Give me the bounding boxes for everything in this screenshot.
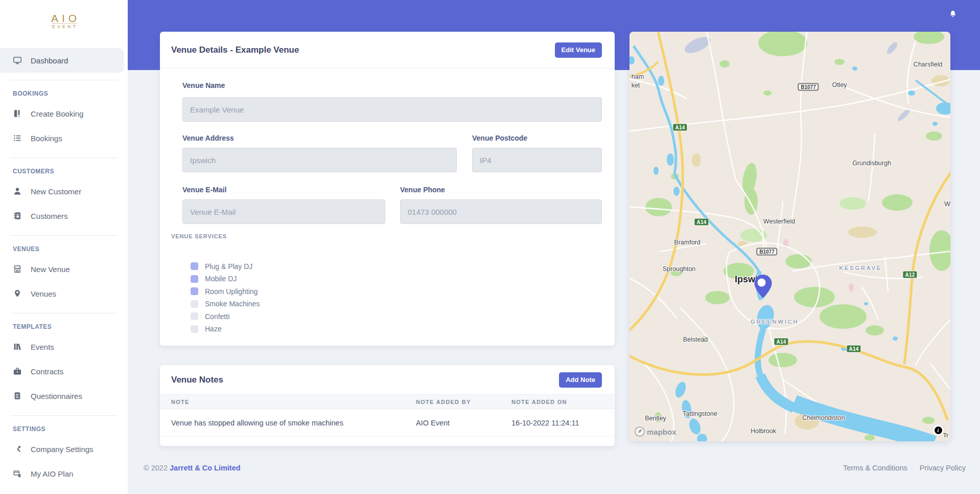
venue-address-label: Venue Address [182, 134, 234, 142]
sidebar-item-customers[interactable]: Customers [0, 204, 128, 228]
sidebar-item-bookings[interactable]: Bookings [0, 126, 128, 150]
sidebar-item-label: Bookings [31, 134, 62, 143]
map-town-label-charsfield: Charsfield [914, 61, 942, 68]
sidebar-item-label: Create Booking [31, 109, 83, 118]
map-road-badge-a14: A14 [694, 218, 709, 226]
create-booking-icon [13, 109, 22, 118]
notes-cell: Venue has stopped allowing use of smoke … [160, 409, 416, 437]
venue-notes-table: NOTENOTE ADDED BYNOTE ADDED ONVenue has … [160, 394, 615, 437]
venues-icon [13, 289, 22, 298]
map-town-label-chelmondiston: Chelmondiston [802, 414, 845, 421]
company-link[interactable]: Jarrett & Co Limited [170, 464, 241, 472]
bookings-icon [13, 133, 22, 143]
service-row-confetti: Confetti [191, 312, 260, 320]
sidebar-divider [10, 235, 118, 236]
notes-column-header: NOTE ADDED ON [511, 394, 615, 409]
sidebar-item-venues[interactable]: Venues [0, 281, 128, 306]
info-icon: i [935, 426, 942, 434]
service-label: Plug & Play DJ [205, 262, 252, 271]
company-settings-icon [13, 444, 22, 454]
notes-cell: AIO Event [416, 409, 511, 437]
notes-cell: 16-10-2022 11:24:11 [511, 409, 615, 437]
sidebar-item-contracts[interactable]: Contracts [0, 359, 128, 384]
sidebar-section-header-settings: SETTINGS [13, 425, 128, 433]
sidebar-item-create-booking[interactable]: Create Booking [0, 101, 128, 126]
service-row-plug-play-dj: Plug & Play DJ [191, 262, 260, 270]
venue-name-input [182, 97, 602, 122]
edit-venue-button[interactable]: Edit Venue [555, 42, 602, 58]
sidebar-section-header-venues: VENUES [13, 245, 128, 253]
venue-notes-title: Venue Notes [171, 375, 223, 385]
map-area-label-kesgrave: KESGRAVE [839, 265, 882, 271]
venue-details-header: Venue Details - Example Venue Edit Venue [160, 32, 615, 69]
service-label: Smoke Machines [205, 300, 260, 308]
sidebar-item-label: Contracts [31, 367, 63, 376]
service-label: Room Uplighting [205, 287, 258, 296]
notes-column-header: NOTE ADDED BY [416, 394, 511, 409]
map-town-label-westerfield: Westerfield [763, 218, 795, 225]
checkbox-haze [191, 325, 198, 333]
map-info-button[interactable]: i [932, 424, 944, 436]
bell-icon[interactable] [948, 10, 958, 20]
add-note-button[interactable]: Add Note [559, 372, 602, 388]
map-town-label-tattingstone: Tattingstone [683, 410, 717, 417]
venue-phone-input [400, 199, 602, 224]
map-road-badge-a12: A12 [902, 271, 917, 279]
mapbox-wordmark: mapbox [647, 428, 676, 436]
map-canvas [629, 32, 950, 441]
sidebar-item-dashboard[interactable]: Dashboard [0, 48, 124, 73]
map-road-badge-b1077: B1077 [756, 248, 777, 256]
contracts-icon [13, 367, 22, 376]
venue-details-card: Venue Details - Example Venue Edit Venue… [160, 32, 615, 346]
map-attribution-text: Tr [943, 432, 948, 438]
sidebar-item-label: Dashboard [31, 56, 68, 65]
map-town-label-holbrook: Holbrook [751, 428, 776, 435]
copyright: © 2022 Jarrett & Co Limited [144, 464, 241, 472]
sidebar-item-new-venue[interactable]: New Venue [0, 257, 128, 281]
venue-postcode-label: Venue Postcode [472, 134, 527, 142]
sidebar-item-label: Company Settings [31, 445, 94, 454]
service-row-haze: Haze [191, 325, 260, 333]
sidebar-divider [10, 415, 118, 416]
map-partial-label: W [944, 200, 950, 208]
venue-phone-label: Venue Phone [400, 186, 445, 194]
sidebar-item-company-settings[interactable]: Company Settings [0, 437, 128, 461]
new-customer-icon [13, 187, 22, 196]
notes-column-header: NOTE [160, 394, 416, 409]
sidebar: AIO EVENT DashboardBOOKINGSCreate Bookin… [0, 0, 128, 494]
map-road-badge-b1077: B1077 [798, 83, 819, 91]
footer-link-terms-conditions[interactable]: Terms & Conditions [843, 464, 907, 472]
map-road-badge-a14: A14 [672, 124, 687, 131]
map-town-label-belstead: Belstead [683, 336, 708, 343]
main-content: Venue Details - Example Venue Edit Venue… [128, 0, 980, 494]
sidebar-item-questionnaires[interactable]: Questionnaires [0, 384, 128, 408]
sidebar-section-header-templates: TEMPLATES [13, 323, 128, 330]
footer-link-privacy-policy[interactable]: Privacy Policy [920, 464, 966, 472]
map-town-label-sproughton: Sproughton [663, 265, 696, 273]
map-town-label-bentley: Bentley [645, 415, 666, 422]
copyright-year: © 2022 [144, 464, 168, 472]
service-label: Confetti [205, 312, 229, 321]
sidebar-item-label: Customers [31, 212, 68, 220]
sidebar-nav: DashboardBOOKINGSCreate BookingBookingsC… [0, 48, 128, 486]
app-logo: AIO EVENT [0, 0, 128, 48]
map-partial-label: ket [632, 82, 640, 89]
venue-location-map[interactable]: OtleyCharsfieldGrundisburghWesterfieldBr… [629, 32, 950, 441]
service-label: Mobile DJ [205, 275, 237, 283]
sidebar-item-label: New Venue [31, 265, 70, 274]
page-footer: © 2022 Jarrett & Co Limited Terms & Cond… [128, 461, 980, 476]
sidebar-item-label: My AIO Plan [31, 469, 73, 478]
map-town-label-grundisburgh: Grundisburgh [852, 160, 891, 167]
sidebar-item-events[interactable]: Events [0, 334, 128, 359]
map-location-pin [754, 274, 773, 299]
venue-email-input [182, 199, 385, 224]
mapbox-logo[interactable]: mapbox [635, 426, 676, 437]
venue-postcode-input [472, 148, 602, 172]
sidebar-item-new-customer[interactable]: New Customer [0, 179, 128, 204]
sidebar-item-my-aio-plan[interactable]: My AIO Plan [0, 461, 128, 486]
venue-details-title: Venue Details - Example Venue [171, 45, 299, 55]
map-area-label-greenwich: GREENWICH [751, 319, 799, 325]
customers-icon [13, 211, 22, 220]
checkbox-smoke-machines [191, 300, 198, 308]
map-partial-label: ham [632, 73, 644, 80]
